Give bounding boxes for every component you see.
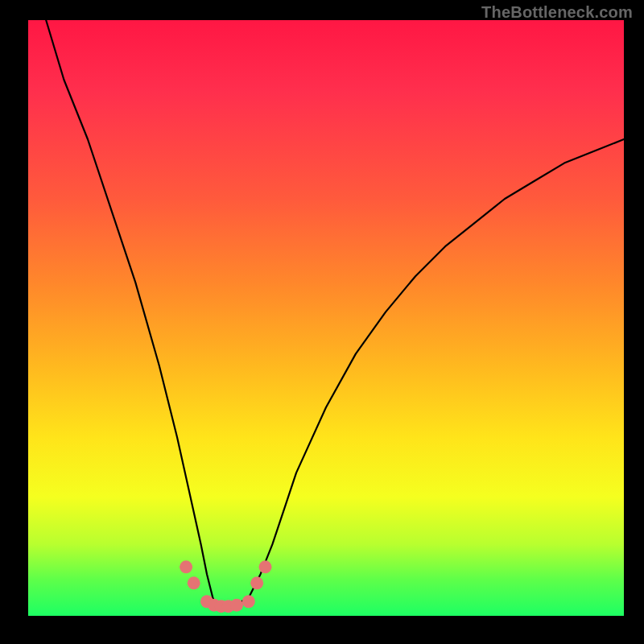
watermark-label: TheBottleneck.com xyxy=(481,3,633,22)
marker-dot xyxy=(230,599,243,612)
marker-dot xyxy=(180,560,192,573)
marker-group xyxy=(180,560,271,613)
marker-dot xyxy=(242,595,255,608)
chart-frame: TheBottleneck.com xyxy=(0,0,644,644)
bottleneck-curve xyxy=(28,20,624,616)
marker-dot xyxy=(250,576,263,589)
marker-dot xyxy=(259,560,272,573)
marker-dot xyxy=(188,576,200,589)
plot-area xyxy=(28,20,624,616)
curve-path xyxy=(46,20,624,610)
